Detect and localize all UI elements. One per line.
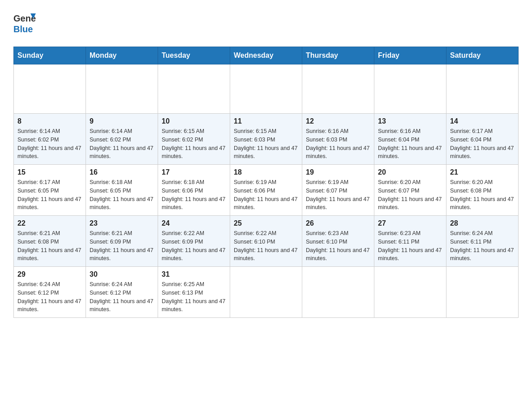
day-info: Sunrise: 6:14 AMSunset: 6:02 PMDaylight:… — [90, 127, 154, 161]
day-number: 21 — [450, 168, 515, 176]
day-info: Sunrise: 6:16 AMSunset: 6:04 PMDaylight:… — [378, 127, 442, 161]
calendar-cell: 23 Sunrise: 6:21 AMSunset: 6:09 PMDaylig… — [86, 216, 158, 267]
calendar-cell: 20 Sunrise: 6:20 AMSunset: 6:07 PMDaylig… — [374, 165, 446, 216]
calendar-cell — [230, 64, 302, 114]
day-info: Sunrise: 6:24 AMSunset: 6:12 PMDaylight:… — [90, 280, 154, 314]
day-info: Sunrise: 6:19 AMSunset: 6:06 PMDaylight:… — [234, 178, 298, 212]
page-header: General Blue — [13, 9, 519, 38]
calendar-cell: 22 Sunrise: 6:21 AMSunset: 6:08 PMDaylig… — [14, 216, 86, 267]
calendar-cell: 29 Sunrise: 6:24 AMSunset: 6:12 PMDaylig… — [14, 267, 86, 318]
day-number: 26 — [306, 219, 370, 227]
day-number: 25 — [234, 219, 298, 227]
calendar-cell: 28 Sunrise: 6:24 AMSunset: 6:11 PMDaylig… — [446, 216, 519, 267]
column-header-friday: Friday — [374, 47, 446, 64]
day-number: 12 — [306, 117, 370, 125]
day-info: Sunrise: 6:15 AMSunset: 6:03 PMDaylight:… — [234, 127, 298, 161]
calendar-cell — [374, 267, 446, 318]
day-number: 8 — [17, 117, 82, 125]
day-number: 28 — [450, 219, 515, 227]
calendar-cell — [14, 64, 86, 114]
column-header-saturday: Saturday — [446, 47, 519, 64]
day-number: 11 — [234, 117, 298, 125]
column-header-sunday: Sunday — [14, 47, 86, 64]
calendar-cell: 9 Sunrise: 6:14 AMSunset: 6:02 PMDayligh… — [86, 114, 158, 165]
day-number: 19 — [306, 168, 370, 176]
day-info: Sunrise: 6:25 AMSunset: 6:13 PMDaylight:… — [162, 280, 226, 314]
calendar-cell — [230, 267, 302, 318]
calendar-cell: 25 Sunrise: 6:22 AMSunset: 6:10 PMDaylig… — [230, 216, 302, 267]
day-info: Sunrise: 6:22 AMSunset: 6:09 PMDaylight:… — [162, 229, 226, 263]
calendar-cell: 21 Sunrise: 6:20 AMSunset: 6:08 PMDaylig… — [446, 165, 519, 216]
day-info: Sunrise: 6:18 AMSunset: 6:05 PMDaylight:… — [90, 178, 154, 212]
calendar-cell — [158, 64, 230, 114]
column-header-tuesday: Tuesday — [158, 47, 230, 64]
day-info: Sunrise: 6:18 AMSunset: 6:06 PMDaylight:… — [162, 178, 226, 212]
calendar-cell — [446, 267, 519, 318]
calendar-week-3: 15 Sunrise: 6:17 AMSunset: 6:05 PMDaylig… — [14, 165, 519, 216]
calendar-cell — [86, 64, 158, 114]
day-info: Sunrise: 6:24 AMSunset: 6:11 PMDaylight:… — [450, 229, 515, 263]
calendar-cell — [374, 64, 446, 114]
day-number: 30 — [90, 270, 154, 278]
day-info: Sunrise: 6:19 AMSunset: 6:07 PMDaylight:… — [306, 178, 370, 212]
day-info: Sunrise: 6:22 AMSunset: 6:10 PMDaylight:… — [234, 229, 298, 263]
header-row: SundayMondayTuesdayWednesdayThursdayFrid… — [14, 47, 519, 64]
calendar-cell: 16 Sunrise: 6:18 AMSunset: 6:05 PMDaylig… — [86, 165, 158, 216]
day-number: 24 — [162, 219, 226, 227]
day-number: 27 — [378, 219, 442, 227]
calendar-cell: 13 Sunrise: 6:16 AMSunset: 6:04 PMDaylig… — [374, 114, 446, 165]
calendar-cell: 30 Sunrise: 6:24 AMSunset: 6:12 PMDaylig… — [86, 267, 158, 318]
calendar-cell — [302, 267, 374, 318]
day-number: 23 — [90, 219, 154, 227]
day-number: 13 — [378, 117, 442, 125]
calendar-week-5: 29 Sunrise: 6:24 AMSunset: 6:12 PMDaylig… — [14, 267, 519, 318]
calendar-cell: 14 Sunrise: 6:17 AMSunset: 6:04 PMDaylig… — [446, 114, 519, 165]
calendar-cell: 15 Sunrise: 6:17 AMSunset: 6:05 PMDaylig… — [14, 165, 86, 216]
day-info: Sunrise: 6:14 AMSunset: 6:02 PMDaylight:… — [17, 127, 82, 161]
calendar-cell: 17 Sunrise: 6:18 AMSunset: 6:06 PMDaylig… — [158, 165, 230, 216]
calendar-cell: 11 Sunrise: 6:15 AMSunset: 6:03 PMDaylig… — [230, 114, 302, 165]
calendar-cell: 24 Sunrise: 6:22 AMSunset: 6:09 PMDaylig… — [158, 216, 230, 267]
calendar-cell: 18 Sunrise: 6:19 AMSunset: 6:06 PMDaylig… — [230, 165, 302, 216]
day-number: 17 — [162, 168, 226, 176]
day-number: 16 — [90, 168, 154, 176]
day-info: Sunrise: 6:16 AMSunset: 6:03 PMDaylight:… — [306, 127, 370, 161]
day-number: 31 — [162, 270, 226, 278]
day-number: 14 — [450, 117, 515, 125]
calendar-cell — [446, 64, 519, 114]
day-number: 10 — [162, 117, 226, 125]
calendar-cell: 10 Sunrise: 6:15 AMSunset: 6:02 PMDaylig… — [158, 114, 230, 165]
calendar-body: 8 Sunrise: 6:14 AMSunset: 6:02 PMDayligh… — [14, 64, 519, 318]
day-info: Sunrise: 6:17 AMSunset: 6:04 PMDaylight:… — [450, 127, 515, 161]
calendar-cell: 8 Sunrise: 6:14 AMSunset: 6:02 PMDayligh… — [14, 114, 86, 165]
day-number: 9 — [90, 117, 154, 125]
day-info: Sunrise: 6:15 AMSunset: 6:02 PMDaylight:… — [162, 127, 226, 161]
column-header-thursday: Thursday — [302, 47, 374, 64]
day-info: Sunrise: 6:23 AMSunset: 6:11 PMDaylight:… — [378, 229, 442, 263]
day-number: 15 — [17, 168, 82, 176]
calendar-cell: 26 Sunrise: 6:23 AMSunset: 6:10 PMDaylig… — [302, 216, 374, 267]
calendar-week-4: 22 Sunrise: 6:21 AMSunset: 6:08 PMDaylig… — [14, 216, 519, 267]
calendar-cell: 31 Sunrise: 6:25 AMSunset: 6:13 PMDaylig… — [158, 267, 230, 318]
day-info: Sunrise: 6:21 AMSunset: 6:09 PMDaylight:… — [90, 229, 154, 263]
calendar-week-2: 8 Sunrise: 6:14 AMSunset: 6:02 PMDayligh… — [14, 114, 519, 165]
svg-text:Blue: Blue — [13, 24, 33, 34]
logo-icon: General Blue — [13, 9, 36, 36]
calendar-week-1 — [14, 64, 519, 114]
day-info: Sunrise: 6:23 AMSunset: 6:10 PMDaylight:… — [306, 229, 370, 263]
day-number: 20 — [378, 168, 442, 176]
calendar-cell: 19 Sunrise: 6:19 AMSunset: 6:07 PMDaylig… — [302, 165, 374, 216]
calendar-cell: 12 Sunrise: 6:16 AMSunset: 6:03 PMDaylig… — [302, 114, 374, 165]
calendar-header: SundayMondayTuesdayWednesdayThursdayFrid… — [14, 47, 519, 64]
column-header-wednesday: Wednesday — [230, 47, 302, 64]
calendar-cell: 27 Sunrise: 6:23 AMSunset: 6:11 PMDaylig… — [374, 216, 446, 267]
day-info: Sunrise: 6:20 AMSunset: 6:07 PMDaylight:… — [378, 178, 442, 212]
day-info: Sunrise: 6:21 AMSunset: 6:08 PMDaylight:… — [17, 229, 82, 263]
day-info: Sunrise: 6:20 AMSunset: 6:08 PMDaylight:… — [450, 178, 515, 212]
calendar-table: SundayMondayTuesdayWednesdayThursdayFrid… — [13, 47, 519, 318]
day-number: 18 — [234, 168, 298, 176]
day-number: 29 — [17, 270, 82, 278]
logo: General Blue — [13, 9, 36, 38]
day-number: 22 — [17, 219, 82, 227]
calendar-cell — [302, 64, 374, 114]
